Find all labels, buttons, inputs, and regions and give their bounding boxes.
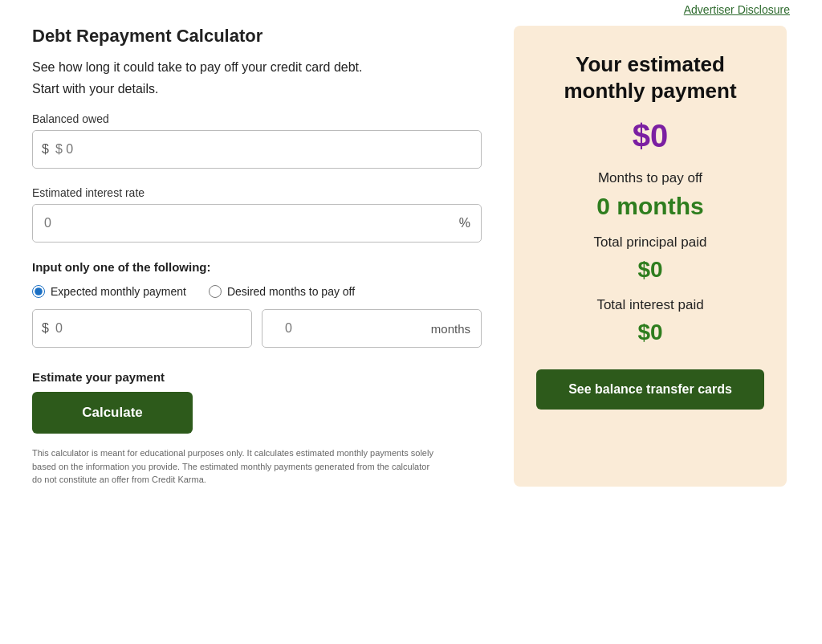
radio-monthly-text: Expected monthly payment [51, 285, 186, 298]
subtitle-text: See how long it could take to pay off yo… [32, 58, 482, 77]
input-instruction: Input only one of the following: [32, 260, 482, 274]
radio-monthly-input[interactable] [32, 285, 45, 298]
months-to-payoff-label: Months to pay off [598, 170, 702, 186]
start-text: Start with your details. [32, 82, 482, 96]
interest-label: Total interest paid [596, 297, 703, 313]
balance-label: Balanced owed [32, 112, 482, 125]
disclaimer-text: This calculator is meant for educational… [32, 446, 433, 487]
results-panel: Your estimated monthly payment $0 Months… [514, 26, 787, 487]
page-title: Debt Repayment Calculator [32, 26, 482, 47]
principal-value: $0 [637, 257, 662, 283]
monthly-prefix-icon: $ [42, 321, 49, 336]
advertiser-disclosure-link[interactable]: Advertiser Disclosure [684, 3, 790, 16]
months-to-payoff-value: 0 months [596, 193, 703, 220]
see-balance-transfer-cards-button[interactable]: See balance transfer cards [536, 369, 764, 410]
principal-label: Total principal paid [594, 234, 707, 251]
radio-months-label[interactable]: Desired months to pay off [209, 285, 355, 298]
calculate-button[interactable]: Calculate [32, 392, 193, 434]
estimate-label: Estimate your payment [32, 370, 482, 384]
monthly-amount-value: $0 [633, 118, 669, 154]
balance-prefix-icon: $ [42, 142, 49, 157]
radio-monthly-label[interactable]: Expected monthly payment [32, 285, 186, 298]
radio-months-text: Desired months to pay off [227, 285, 355, 298]
radio-months-input[interactable] [209, 285, 222, 298]
interest-value: $0 [637, 320, 662, 345]
balance-input[interactable] [32, 130, 482, 169]
rate-input[interactable] [32, 204, 482, 243]
rate-label: Estimated interest rate [32, 186, 482, 199]
months-suffix-text: months [431, 322, 470, 336]
monthly-payment-input[interactable] [32, 309, 252, 348]
results-title: Your estimated monthly payment [536, 51, 764, 104]
rate-suffix-icon: % [459, 216, 470, 230]
months-input-wrapper: months [262, 309, 482, 348]
